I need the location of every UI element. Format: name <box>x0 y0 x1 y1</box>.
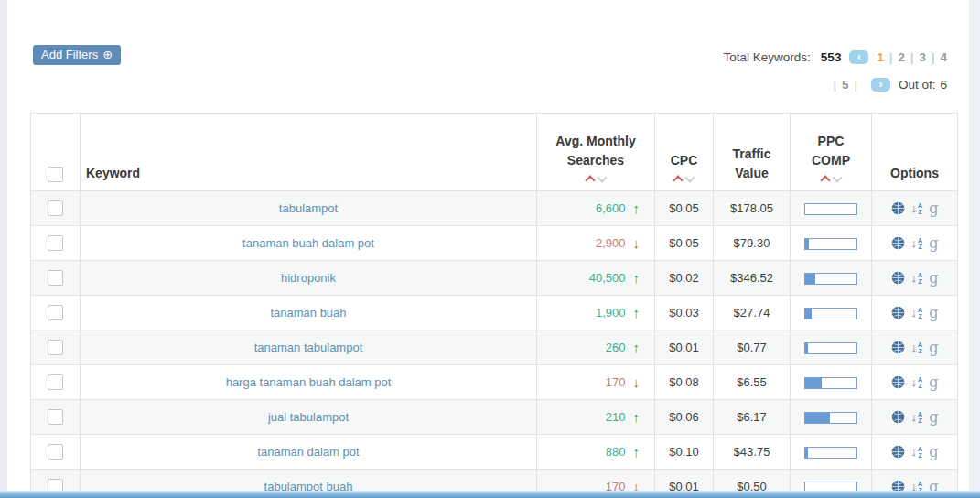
sort-desc-icon[interactable] <box>597 172 607 182</box>
ppc-comp-cell <box>791 226 872 261</box>
google-icon[interactable]: g <box>929 306 938 320</box>
row-checkbox[interactable] <box>48 235 63 251</box>
traffic-value-cell: $178.05 <box>714 191 791 226</box>
traffic-value-cell: $0.77 <box>714 330 791 365</box>
google-icon[interactable]: g <box>929 236 938 251</box>
pagination-row-top: Total Keywords: 553 ‹ 1|2|3|4 <box>724 50 947 64</box>
google-icon[interactable]: g <box>929 201 938 216</box>
cpc-cell: $0.08 <box>655 365 714 400</box>
trend-up-icon: ↑ <box>633 201 641 215</box>
globe-icon[interactable] <box>891 410 905 424</box>
ppc-comp-fill <box>805 343 808 353</box>
row-checkbox[interactable] <box>48 305 63 320</box>
globe-icon[interactable] <box>891 236 905 250</box>
chevron-left-icon: ‹ <box>857 51 861 62</box>
google-icon[interactable]: g <box>929 271 938 286</box>
out-of-label: Out of: <box>899 78 936 92</box>
keyword-results-page: Add Filters ⊕ Total Keywords: 553 ‹ 1|2|… <box>0 0 980 498</box>
sort-az-icon[interactable]: ↓ AZ <box>911 237 923 250</box>
page-link-5[interactable]: 5 <box>842 78 849 92</box>
sort-az-icon[interactable]: ↓ AZ <box>911 307 923 319</box>
options-cell: ↓ AZ g <box>872 296 958 330</box>
keyword-cell: tanaman tabulampot <box>81 330 537 365</box>
ppc-comp-cell <box>791 191 872 226</box>
keyword-link[interactable]: harga tanaman buah dalam pot <box>226 375 392 389</box>
searches-value: 260 <box>606 341 626 354</box>
traffic-value: $178.05 <box>730 201 773 215</box>
options-cell: ↓ AZ g <box>872 261 958 296</box>
row-checkbox[interactable] <box>48 444 63 460</box>
sort-az-icon[interactable]: ↓ AZ <box>911 446 923 459</box>
sort-az-icon[interactable]: ↓ AZ <box>911 411 923 424</box>
ppc-comp-fill <box>805 239 809 249</box>
row-checkbox[interactable] <box>48 340 63 355</box>
sort-asc-icon[interactable] <box>673 175 683 185</box>
sort-az-icon[interactable]: ↓ AZ <box>911 376 923 389</box>
google-icon[interactable]: g <box>929 410 938 425</box>
sort-desc-icon[interactable] <box>684 172 695 182</box>
searches-value: 40,500 <box>589 271 626 285</box>
table-row: tabulampot 6,600 ↑ $0.05 $178.05 <box>31 191 958 226</box>
chevron-right-icon: › <box>878 79 882 90</box>
sort-az-icon[interactable]: ↓ AZ <box>911 202 923 215</box>
searches-value: 210 <box>606 410 626 424</box>
globe-icon[interactable] <box>891 375 905 389</box>
sort-az-icon[interactable]: ↓ AZ <box>911 272 923 285</box>
globe-icon[interactable] <box>891 271 905 285</box>
page-link-2[interactable]: 2 <box>898 50 905 64</box>
header-ppc-comp: PPC COMP <box>791 114 872 191</box>
google-icon[interactable]: g <box>929 341 938 355</box>
cpc-value: $0.01 <box>669 341 699 354</box>
page-link-4[interactable]: 4 <box>940 50 947 64</box>
sort-az-icon[interactable]: ↓ AZ <box>911 341 923 354</box>
row-checkbox-cell <box>31 296 81 330</box>
prev-page-button[interactable]: ‹ <box>849 50 868 64</box>
keyword-link[interactable]: hidroponik <box>281 271 336 285</box>
cpc-cell: $0.03 <box>655 296 714 330</box>
row-checkbox[interactable] <box>48 409 63 425</box>
sort-asc-icon[interactable] <box>820 175 830 185</box>
keyword-link[interactable]: tabulampot <box>279 201 338 215</box>
keyword-link[interactable]: tanaman buah dalam pot <box>242 236 374 250</box>
trend-up-icon: ↑ <box>633 341 641 354</box>
keyword-link[interactable]: tanaman tabulampot <box>254 341 363 354</box>
table-row: hidroponik 40,500 ↑ $0.02 $346.52 <box>31 261 958 296</box>
row-checkbox[interactable] <box>48 270 63 286</box>
header-avg-monthly-line1: Avg. Monthly <box>541 132 651 150</box>
row-checkbox[interactable] <box>48 200 63 216</box>
page-link-1[interactable]: 1 <box>877 50 884 64</box>
page-separator: | <box>833 78 836 92</box>
searches-value: 6,600 <box>596 201 626 215</box>
ppc-comp-cell <box>791 435 872 470</box>
globe-icon[interactable] <box>891 445 905 459</box>
cpc-cell: $0.10 <box>655 435 714 470</box>
google-icon[interactable]: g <box>929 445 938 460</box>
traffic-value-cell: $346.52 <box>714 261 791 296</box>
keyword-link[interactable]: jual tabulampot <box>268 410 349 424</box>
google-icon[interactable]: g <box>929 375 938 390</box>
globe-icon[interactable] <box>891 306 905 319</box>
right-edge-strip <box>969 0 980 498</box>
page-link-3[interactable]: 3 <box>919 50 926 64</box>
add-filters-button[interactable]: Add Filters ⊕ <box>33 45 121 65</box>
add-filters-label: Add Filters <box>41 48 98 61</box>
sort-controls-ppc <box>794 175 867 182</box>
sort-asc-icon[interactable] <box>585 175 595 185</box>
keyword-link[interactable]: tanaman dalam pot <box>257 445 359 459</box>
header-keyword-label: Keyword <box>86 166 140 180</box>
sort-desc-icon[interactable] <box>832 172 842 182</box>
globe-icon[interactable] <box>891 201 905 215</box>
traffic-value: $346.52 <box>730 271 773 285</box>
header-keyword: Keyword <box>81 114 537 191</box>
bottom-scrollbar[interactable] <box>0 491 980 498</box>
page-separator: | <box>932 50 935 64</box>
header-ppc-line1: PPC <box>794 132 867 150</box>
row-checkbox[interactable] <box>48 374 63 390</box>
keyword-link[interactable]: tanaman buah <box>270 306 346 319</box>
select-all-checkbox[interactable] <box>48 167 63 182</box>
searches-cell: 1,900 ↑ <box>537 296 655 330</box>
globe-icon[interactable] <box>891 341 905 354</box>
next-page-button[interactable]: › <box>871 78 890 92</box>
table-row: harga tanaman buah dalam pot 170 ↓ $0.08… <box>31 365 958 400</box>
add-filters-plus-icon: ⊕ <box>102 49 113 60</box>
